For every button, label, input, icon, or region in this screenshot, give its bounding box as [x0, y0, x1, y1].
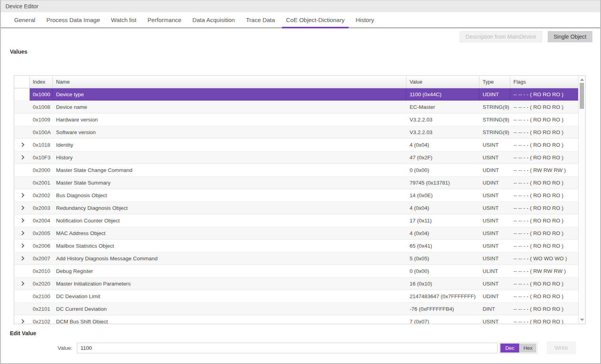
row-index: 0x2003 — [30, 202, 53, 214]
table-row[interactable]: 0x2020 Master Initialization Parameters … — [14, 278, 578, 290]
expander-cell[interactable] — [14, 278, 30, 290]
tab-general[interactable]: General — [9, 12, 41, 27]
table-row[interactable]: 0x10F3 History 47 (0x2F) USINT -- -- - -… — [14, 151, 578, 164]
tab-bar: GeneralProcess Data ImageWatch listPerfo… — [1, 12, 600, 28]
row-value: 14 (0x0E) — [406, 189, 479, 202]
row-value: EC-Master — [406, 101, 479, 113]
row-type: STRING(9) — [479, 114, 510, 126]
expander-cell[interactable] — [14, 126, 30, 138]
expander-cell[interactable] — [14, 151, 30, 164]
tab-history[interactable]: History — [350, 12, 380, 27]
row-type: USINT — [479, 151, 510, 164]
expander-cell[interactable] — [14, 252, 30, 265]
row-name: Hardware version — [53, 114, 406, 126]
row-value: V3.2.2.03 — [406, 126, 479, 138]
table-row[interactable]: 0x1018 Identity 4 (0x04) USINT -- -- - -… — [14, 139, 578, 151]
single-object-button[interactable]: Single Object — [548, 31, 592, 42]
row-flags: -- -- - - ( RO RO RO ) — [510, 139, 578, 151]
expander-cell[interactable] — [14, 177, 30, 189]
column-header-expander[interactable] — [14, 76, 30, 88]
row-index: 0x2102 — [30, 315, 53, 324]
tab-coe-object-dictionary[interactable]: CoE Object-Dictionary — [281, 12, 350, 27]
table-row[interactable]: 0x1008 Device name EC-Master STRING(9) -… — [14, 101, 578, 114]
tab-process-data-image[interactable]: Process Data Image — [41, 12, 105, 27]
expander-cell[interactable] — [14, 227, 30, 239]
table-row[interactable]: 0x2005 MAC Address Object 4 (0x04) USINT… — [14, 227, 578, 240]
chevron-right-icon — [20, 218, 24, 222]
row-index: 0x100A — [30, 126, 53, 138]
window-title: Device Editor — [6, 3, 38, 9]
table-row[interactable]: 0x2101 DC Current Deviation -76 (0xFFFFF… — [14, 303, 578, 315]
expander-cell[interactable] — [14, 303, 30, 315]
row-index: 0x1000 — [30, 88, 53, 101]
tab-watch-list[interactable]: Watch list — [105, 12, 142, 27]
table-row[interactable]: 0x2001 Master State Summary 79745 (0x137… — [14, 177, 578, 189]
value-input[interactable] — [77, 343, 498, 353]
row-name: Identity — [53, 139, 406, 151]
row-type: USINT — [479, 189, 510, 202]
table-row[interactable]: 0x2006 Mailbox Statistics Object 65 (0x4… — [14, 240, 578, 252]
tab-label: CoE Object-Dictionary — [286, 17, 344, 23]
expander-cell[interactable] — [14, 215, 30, 227]
tab-trace-data[interactable]: Trace Data — [240, 12, 281, 27]
column-header-value[interactable]: Value — [406, 76, 479, 88]
column-header-index[interactable]: Index — [30, 76, 53, 88]
values-section-title: Values — [10, 49, 27, 55]
tab-performance[interactable]: Performance — [142, 12, 187, 27]
expander-cell[interactable] — [14, 114, 30, 126]
expander-cell[interactable] — [14, 202, 30, 214]
row-flags: -- -- - - ( RW RW RW ) — [510, 164, 578, 176]
hex-button[interactable]: Hex — [520, 343, 536, 353]
row-type: ULINT — [479, 265, 510, 277]
row-value: V3.2.2.03 — [406, 114, 479, 126]
row-name: DC Current Deviation — [53, 303, 406, 315]
expander-cell[interactable] — [14, 265, 30, 277]
table-row[interactable]: 0x2010 Debug Register 0 (0x00) ULINT -- … — [14, 265, 578, 278]
value-field-label: Value: — [58, 345, 72, 351]
table-row[interactable]: 0x1009 Hardware version V3.2.2.03 STRING… — [14, 114, 578, 126]
scrollbar-up-button[interactable] — [579, 77, 585, 83]
table-row[interactable]: 0x2100 DC Deviation Limit 2147483647 (0x… — [14, 290, 578, 303]
row-type: UDINT — [479, 164, 510, 176]
table-row[interactable]: 0x2002 Bus Diagnosis Object 14 (0x0E) US… — [14, 189, 578, 202]
row-name: Master State Summary — [53, 177, 406, 189]
tab-data-acquisition[interactable]: Data Acquisition — [187, 12, 241, 27]
column-header-flags[interactable]: Flags — [510, 76, 578, 88]
row-index: 0x2002 — [30, 189, 53, 202]
table-row[interactable]: 0x2000 Master State Change Command 0 (0x… — [14, 164, 578, 177]
column-header-type[interactable]: Type — [479, 76, 510, 88]
table-row[interactable]: 0x1000 Device type 1100 (0x44C) UDINT --… — [14, 88, 578, 101]
expander-cell[interactable] — [14, 290, 30, 302]
table-row[interactable]: 0x2004 Notification Counter Object 17 (0… — [14, 215, 578, 227]
vertical-scrollbar[interactable] — [578, 76, 585, 324]
chevron-right-icon — [20, 193, 24, 197]
description-from-maindevice-button[interactable]: Description from MainDevice — [460, 31, 542, 42]
column-header-name[interactable]: Name — [53, 76, 406, 88]
row-value: 5 (0x05) — [406, 252, 479, 265]
expander-cell[interactable] — [14, 315, 30, 324]
row-value: 4 (0x04) — [406, 227, 479, 239]
chevron-right-icon — [20, 205, 24, 210]
table-row[interactable]: 0x2007 Add History Diagnosis Message Com… — [14, 252, 578, 265]
row-name: DCM Bus Shift Object — [53, 315, 406, 324]
row-index: 0x2020 — [30, 278, 53, 290]
scrollbar-thumb[interactable] — [580, 83, 584, 109]
chevron-right-icon — [20, 243, 24, 248]
write-button[interactable]: Write — [547, 342, 575, 354]
expander-cell[interactable] — [14, 189, 30, 202]
table-row[interactable]: 0x100A Software version V3.2.2.03 STRING… — [14, 126, 578, 139]
expander-cell[interactable] — [14, 240, 30, 252]
expander-cell[interactable] — [14, 139, 30, 151]
table-row[interactable]: 0x2102 DCM Bus Shift Object 7 (0x07) USI… — [14, 315, 578, 324]
row-type: UDINT — [479, 88, 510, 101]
dec-button[interactable]: Dec — [500, 343, 519, 353]
expander-cell[interactable] — [14, 88, 30, 101]
row-value: 47 (0x2F) — [406, 151, 479, 164]
expander-cell[interactable] — [14, 164, 30, 176]
scrollbar-down-button[interactable] — [579, 317, 585, 323]
tab-label: Data Acquisition — [193, 17, 235, 23]
expander-cell[interactable] — [14, 101, 30, 113]
row-name: Device type — [53, 88, 406, 101]
row-index: 0x2001 — [30, 177, 53, 189]
table-row[interactable]: 0x2003 Redundancy Diagnosis Object 4 (0x… — [14, 202, 578, 215]
